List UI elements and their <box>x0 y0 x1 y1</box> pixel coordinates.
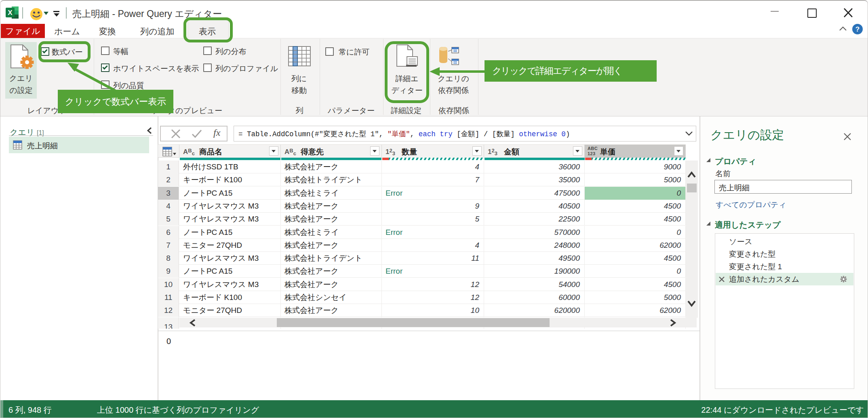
svg-text:X: X <box>8 9 13 17</box>
svg-text:?: ? <box>855 25 860 33</box>
